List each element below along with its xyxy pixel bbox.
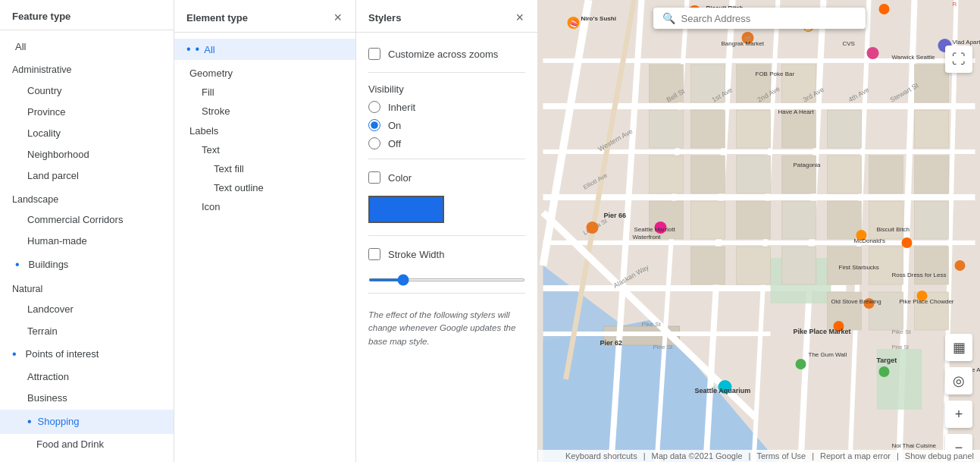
svg-text:FOB Poke Bar: FOB Poke Bar: [756, 71, 795, 77]
show-debug-link[interactable]: Show debug panel: [905, 451, 974, 460]
divider-4: [368, 293, 525, 294]
svg-rect-34: [691, 156, 725, 193]
feature-item-business[interactable]: Business: [0, 388, 174, 409]
fullscreen-button[interactable]: ⛶: [945, 46, 972, 73]
element-item-icon[interactable]: Icon: [174, 197, 355, 216]
map-data: Map data ©2021 Google: [652, 451, 743, 460]
stroke-width-slider[interactable]: [368, 278, 525, 281]
svg-rect-45: [691, 247, 725, 284]
feature-type-panel: Feature type All Administrative Country …: [0, 0, 174, 462]
element-item-text[interactable]: Text: [174, 140, 355, 159]
feature-item-buildings[interactable]: Buildings: [0, 253, 174, 277]
svg-point-81: [587, 222, 599, 234]
layers-button[interactable]: ▦: [945, 334, 972, 361]
svg-text:Pine St: Pine St: [892, 344, 910, 350]
map-area[interactable]: Bell St 1st Ave 2nd Ave 3rd Ave 4th Ave …: [538, 0, 980, 462]
location-button[interactable]: ◎: [945, 367, 972, 394]
svg-rect-53: [915, 110, 949, 148]
map-svg: Bell St 1st Ave 2nd Ave 3rd Ave 4th Ave …: [538, 0, 980, 462]
feature-item-neighborhood[interactable]: Neighborhood: [0, 144, 174, 165]
svg-point-80: [879, 4, 890, 14]
element-panel-close[interactable]: ×: [332, 11, 343, 24]
svg-text:Biscuit Bitch: Biscuit Bitch: [877, 226, 910, 233]
zoom-in-button[interactable]: +: [945, 401, 972, 428]
visibility-label: Visibility: [368, 79, 525, 98]
visibility-inherit-row[interactable]: Inherit: [368, 101, 525, 113]
svg-text:Noi Thai Cuisine: Noi Thai Cuisine: [892, 442, 937, 449]
color-swatch[interactable]: [368, 196, 444, 223]
visibility-on-radio[interactable]: [368, 119, 380, 131]
color-checkbox[interactable]: [368, 171, 380, 184]
feature-item-province[interactable]: Province: [0, 102, 174, 123]
svg-text:Seattle Marriott: Seattle Marriott: [634, 226, 676, 233]
feature-item-human-made[interactable]: Human-made: [0, 231, 174, 252]
color-row: Color: [368, 165, 525, 190]
feature-item-gas-station[interactable]: Gas Station: [0, 455, 174, 462]
element-item-stroke[interactable]: Stroke: [174, 102, 355, 121]
svg-text:Pike St: Pike St: [892, 328, 912, 335]
all-dot-icon: •: [196, 42, 200, 56]
map-controls: ⛶ ▦ ◎ + −: [945, 46, 972, 461]
svg-rect-35: [737, 156, 771, 193]
stroke-width-label: Stroke Width: [388, 249, 444, 260]
svg-text:McDonald's: McDonald's: [854, 237, 886, 244]
visibility-off-radio[interactable]: [368, 137, 380, 149]
svg-rect-54: [915, 156, 949, 193]
feature-item-shopping[interactable]: Shopping: [0, 410, 174, 434]
feature-item-all[interactable]: All: [0, 36, 174, 58]
feature-item-locality[interactable]: Locality: [0, 123, 174, 144]
svg-point-93: [879, 366, 890, 377]
element-item-text-fill[interactable]: Text fill: [174, 159, 355, 178]
stylers-panel: Stylers × Customize across zooms Visibil…: [356, 0, 538, 462]
divider-3: [368, 235, 525, 236]
svg-point-92: [796, 359, 806, 369]
svg-rect-29: [691, 110, 725, 148]
svg-rect-42: [782, 201, 816, 239]
visibility-on-label: On: [388, 120, 401, 131]
element-item-all[interactable]: •All: [174, 39, 355, 60]
customize-zooms-checkbox[interactable]: [368, 48, 380, 60]
visibility-inherit-radio[interactable]: [368, 101, 380, 113]
map-search-bar[interactable]: 🔍: [653, 8, 866, 29]
svg-rect-38: [869, 156, 903, 193]
slider-container: [368, 266, 525, 287]
terms-link[interactable]: Terms of Use: [756, 451, 806, 460]
keyboard-shortcuts: Keyboard shortcuts: [565, 451, 637, 460]
element-type-panel: Element type × •All Geometry Fill Stroke…: [174, 0, 356, 462]
feature-item-land-parcel[interactable]: Land parcel: [0, 165, 174, 187]
svg-rect-56: [915, 247, 949, 284]
customize-zooms-label: Customize across zooms: [388, 49, 498, 60]
feature-section-poi[interactable]: Points of interest: [0, 342, 174, 366]
search-icon: 🔍: [662, 12, 675, 24]
feature-item-landcover[interactable]: Landcover: [0, 299, 174, 320]
stroke-width-checkbox[interactable]: [368, 248, 380, 260]
color-label: Color: [388, 172, 412, 184]
visibility-off-row[interactable]: Off: [368, 137, 525, 149]
feature-item-commercial-corridors[interactable]: Commercial Corridors: [0, 209, 174, 231]
report-error-link[interactable]: Report a map error: [820, 451, 891, 460]
location-icon: ◎: [953, 372, 965, 389]
stroke-width-row: Stroke Width: [368, 242, 525, 266]
svg-text:Warwick Seattle: Warwick Seattle: [892, 54, 936, 61]
svg-text:R: R: [953, 1, 957, 8]
svg-rect-30: [737, 110, 771, 148]
svg-text:Bangrak Market: Bangrak Market: [722, 40, 765, 47]
svg-text:First Starbucks: First Starbucks: [839, 264, 879, 271]
element-panel-header: Element type ×: [174, 0, 355, 33]
stylers-panel-close[interactable]: ×: [514, 11, 525, 24]
feature-item-terrain[interactable]: Terrain: [0, 321, 174, 342]
visibility-on-row[interactable]: On: [368, 119, 525, 131]
feature-item-attraction[interactable]: Attraction: [0, 366, 174, 388]
feature-item-country[interactable]: Country: [0, 80, 174, 102]
svg-text:Pike St: Pike St: [642, 321, 662, 328]
svg-text:CVS: CVS: [843, 40, 855, 47]
svg-text:Waterfront: Waterfront: [633, 234, 662, 240]
stylers-panel-header: Stylers ×: [356, 0, 537, 33]
svg-text:Target: Target: [877, 357, 897, 364]
feature-item-food-drink[interactable]: Food and Drink: [0, 434, 174, 455]
svg-text:Pier 66: Pier 66: [604, 212, 627, 219]
search-input[interactable]: [681, 13, 833, 24]
element-item-fill[interactable]: Fill: [174, 83, 355, 102]
element-section-labels: Labels: [174, 121, 355, 140]
element-item-text-outline[interactable]: Text outline: [174, 178, 355, 197]
